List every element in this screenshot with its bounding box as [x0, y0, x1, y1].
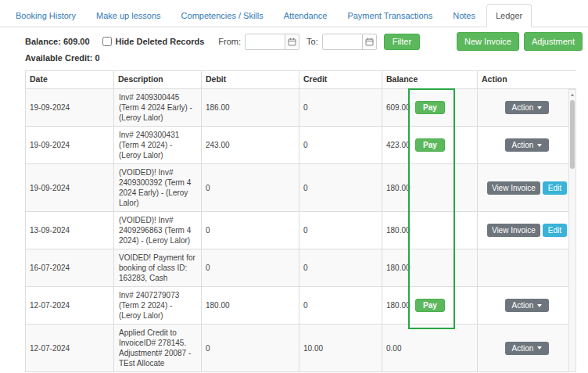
- ledger-toolbar: Balance: 609.00 Hide Deleted Records Fro…: [25, 32, 583, 51]
- pay-button[interactable]: Pay: [415, 299, 445, 312]
- row-balance: 180.00: [386, 183, 411, 193]
- balance-label: Balance:: [25, 37, 61, 46]
- from-calendar-button[interactable]: [285, 34, 299, 49]
- row-date: 12-07-2024: [30, 343, 70, 353]
- available-credit-label: Available Credit:: [25, 53, 92, 63]
- action-dropdown-button[interactable]: Action: [505, 101, 550, 114]
- scrollbar-thumb[interactable]: [570, 100, 575, 169]
- ledger-table-body: 19-09-2024Inv# 2409300445 (Term 4 2024 E…: [26, 89, 577, 373]
- to-date-field: [322, 34, 377, 50]
- row-debit: 180.00: [202, 287, 299, 325]
- pay-button[interactable]: Pay: [415, 101, 445, 114]
- row-date: 19-09-2024: [30, 183, 70, 193]
- view-invoice-button[interactable]: View Invoice: [487, 181, 540, 195]
- edit-invoice-button[interactable]: Edit: [543, 224, 567, 237]
- from-date-input[interactable]: [246, 34, 285, 49]
- row-date: 19-09-2024: [30, 140, 70, 150]
- edit-invoice-button[interactable]: Edit: [543, 181, 567, 195]
- to-calendar-button[interactable]: [362, 34, 376, 49]
- tab-payment-transactions[interactable]: Payment Transactions: [338, 4, 442, 27]
- row-balance: 180.00: [386, 300, 411, 310]
- action-label: Action: [512, 344, 534, 353]
- from-label: From:: [218, 37, 241, 46]
- row-credit: 0: [299, 127, 382, 164]
- row-description: Inv# 2407279073 (Term 2 2024) - (Leroy L…: [114, 287, 202, 325]
- to-date-group: To:: [307, 34, 377, 50]
- row-debit: 243.00: [202, 127, 299, 164]
- action-label: Action: [512, 141, 534, 149]
- action-dropdown-button[interactable]: Action: [505, 299, 550, 312]
- calendar-icon: [365, 38, 374, 46]
- available-credit-value: 0: [95, 53, 99, 63]
- to-label: To:: [307, 37, 318, 46]
- calendar-icon: [288, 38, 296, 46]
- table-header-row: DateDescriptionDebitCreditBalanceAction: [26, 71, 577, 89]
- hide-deleted-label: Hide Deleted Records: [116, 37, 205, 46]
- column-header-balance: Balance: [382, 71, 478, 89]
- row-date: 19-09-2024: [30, 102, 70, 113]
- row-description: Payment for booking of class ID: 162876 …: [114, 372, 202, 373]
- row-debit: 186.00: [202, 89, 299, 127]
- hide-deleted-checkbox[interactable]: [102, 37, 112, 46]
- table-row: 19-09-2024(VOIDED)! Inv# 2409300392 (Ter…: [26, 164, 577, 212]
- table-row: 12-07-2024Inv# 2407279073 (Term 2 2024) …: [26, 287, 577, 325]
- column-header-date: Date: [26, 71, 114, 89]
- table-scrollbar[interactable]: ▲: [568, 89, 576, 372]
- row-description: (VOIDED)! Inv# 2409300392 (Term 4 2024 E…: [114, 164, 202, 212]
- ledger-table: DateDescriptionDebitCreditBalanceAction …: [25, 70, 576, 372]
- table-row: 13-09-2024(VOIDED)! Inv# 2409296863 (Ter…: [26, 212, 577, 249]
- tabs-bar: Booking History Make up lessons Competen…: [0, 0, 588, 27]
- filter-button[interactable]: Filter: [384, 34, 420, 50]
- table-row: 16-07-2024VOIDED! Payment for booking of…: [26, 249, 577, 287]
- pay-button[interactable]: Pay: [415, 138, 445, 152]
- table-row: 19-09-2024Inv# 2409300431 (Term 4 2024) …: [26, 127, 577, 164]
- to-date-input[interactable]: [323, 34, 362, 49]
- column-header-description: Description: [114, 71, 202, 89]
- header-action-buttons: New Invoice Adjustment: [457, 32, 583, 51]
- adjustment-button[interactable]: Adjustment: [524, 32, 583, 51]
- balance: Balance: 609.00: [25, 37, 90, 46]
- row-credit: 37.18: [299, 372, 382, 373]
- row-date: 12-07-2024: [30, 300, 70, 310]
- row-credit: 0: [299, 287, 382, 325]
- view-invoice-button[interactable]: View Invoice: [487, 224, 540, 237]
- row-credit: 0: [299, 249, 382, 287]
- tab-make-up-lessons[interactable]: Make up lessons: [87, 4, 170, 27]
- row-date: 13-09-2024: [30, 225, 70, 235]
- column-header-action: Action: [478, 71, 577, 89]
- row-description: Applied Credit to InvoiceID# 278145. Adj…: [114, 325, 202, 372]
- action-dropdown-button[interactable]: Action: [505, 342, 550, 355]
- row-debit: 0: [202, 164, 299, 212]
- hide-deleted-group: Hide Deleted Records: [102, 37, 205, 46]
- row-debit: 0: [202, 325, 299, 372]
- ledger-panel: Balance: 609.00 Hide Deleted Records Fro…: [0, 27, 588, 372]
- action-label: Action: [512, 301, 534, 310]
- action-label: Action: [512, 103, 534, 112]
- action-dropdown-button[interactable]: Action: [505, 138, 550, 152]
- row-credit: 0: [299, 89, 382, 127]
- tab-notes[interactable]: Notes: [443, 4, 485, 27]
- row-credit: 0: [299, 164, 382, 212]
- column-header-credit: Credit: [299, 71, 382, 89]
- row-balance: 423.00: [386, 140, 411, 150]
- table-row: 12-07-2024✎Payment for booking of class …: [26, 372, 577, 373]
- tab-ledger[interactable]: Ledger: [486, 4, 532, 27]
- row-balance: 180.00: [386, 263, 411, 273]
- caret-down-icon: [537, 144, 542, 147]
- ledger-table-grid: DateDescriptionDebitCreditBalanceAction …: [25, 70, 576, 372]
- new-invoice-button[interactable]: New Invoice: [457, 32, 519, 51]
- row-description: VOIDED! Payment for booking of class ID:…: [114, 249, 202, 287]
- row-debit: 0: [202, 372, 299, 373]
- caret-down-icon: [537, 106, 542, 109]
- tab-attendance[interactable]: Attendance: [274, 4, 337, 27]
- row-description: Inv# 2409300445 (Term 4 2024 Early) - (L…: [114, 89, 202, 127]
- tab-competencies-skills[interactable]: Competencies / Skills: [172, 4, 273, 27]
- tab-booking-history[interactable]: Booking History: [6, 4, 85, 27]
- available-credit: Available Credit: 0: [25, 53, 583, 65]
- scroll-up-icon[interactable]: ▲: [569, 90, 575, 99]
- from-date-group: From:: [218, 34, 299, 50]
- row-description: (VOIDED)! Inv# 2409296863 (Term 4 2024) …: [114, 212, 202, 249]
- table-row: 12-07-2024Applied Credit to InvoiceID# 2…: [26, 325, 577, 372]
- row-balance: 609.00: [386, 102, 411, 113]
- row-balance: 0.00: [386, 343, 411, 353]
